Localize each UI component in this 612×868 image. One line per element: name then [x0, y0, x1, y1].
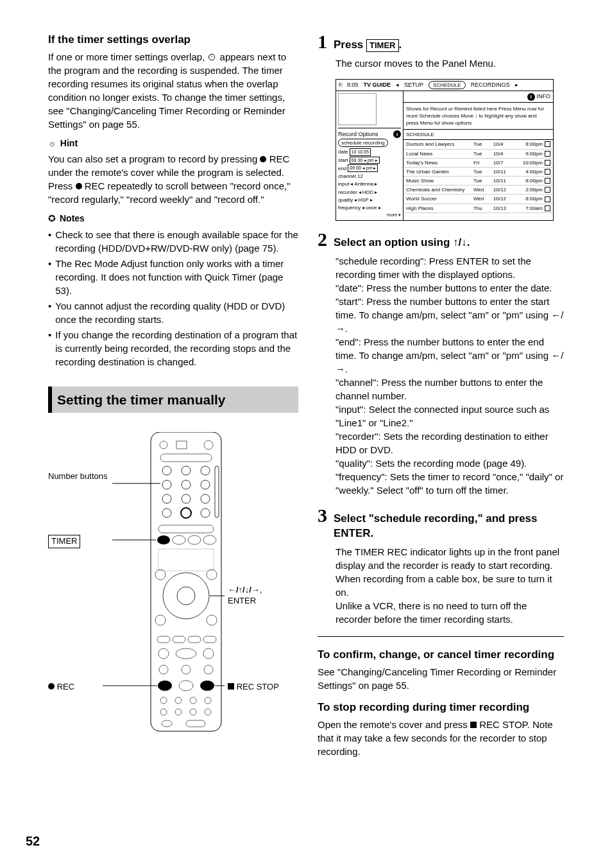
hint-text-c: REC repeatedly to scroll between "record…	[48, 180, 291, 205]
note-text: Check to see that there is enough availa…	[55, 228, 298, 255]
field-frequency-label: frequency	[338, 204, 361, 211]
svg-point-19	[157, 535, 170, 544]
svg-rect-52	[186, 720, 205, 727]
info-icon: i	[393, 130, 401, 138]
sub1-title: To confirm, change, or cancel timer reco…	[318, 647, 564, 663]
schedule-row[interactable]: High PlacesThu10/137:00am	[404, 204, 553, 213]
hint-rec: REC	[266, 153, 289, 164]
svg-point-35	[176, 648, 196, 659]
callout-rec-stop-text: REC STOP	[237, 682, 279, 691]
svg-point-8	[162, 480, 171, 489]
svg-point-46	[205, 697, 211, 704]
svg-point-36	[203, 648, 214, 659]
field-input-value[interactable]: Antenna	[354, 180, 373, 187]
svg-point-5	[162, 466, 171, 475]
sub1-body: See "Changing/Canceling Timer Recording …	[318, 665, 564, 692]
callout-rec-stop: REC STOP	[228, 681, 279, 693]
schedule-header: SCHEDULE	[404, 130, 553, 140]
schedule-row[interactable]: Today's NewsFri10/710:00pm	[404, 159, 553, 168]
notes-label: Notes	[60, 213, 85, 225]
svg-point-13	[201, 494, 210, 503]
schedule-row[interactable]: Music ShowTue10/118:00pm	[404, 177, 553, 186]
svg-point-16	[201, 508, 210, 517]
tv-setup-tab[interactable]: SETUP	[404, 81, 423, 89]
tv-msg: Shows for Record or Remind listed here P…	[404, 103, 553, 130]
svg-point-40	[158, 681, 172, 691]
svg-point-14	[162, 508, 171, 517]
field-more[interactable]: more ▾	[338, 212, 401, 218]
callout-arrows-enter: ←/↑/↓/→,ENTER	[228, 585, 262, 607]
step2-number: 2	[318, 230, 327, 249]
callout-rec: REC	[48, 681, 74, 693]
svg-point-11	[162, 494, 171, 503]
svg-rect-17	[215, 466, 219, 517]
field-start-label: start	[338, 157, 348, 164]
svg-point-24	[163, 573, 209, 619]
svg-point-38	[182, 665, 191, 674]
tv-next-icon: ▸	[515, 81, 518, 89]
svg-point-10	[201, 480, 210, 489]
svg-point-39	[204, 665, 213, 674]
svg-point-20	[173, 535, 185, 544]
field-end-value[interactable]: 09 00 ◂ pm ▸	[348, 164, 378, 172]
svg-point-41	[179, 681, 193, 691]
schedule-row[interactable]: Doctors and LawyersTue10/48:00pm	[404, 140, 553, 149]
note-text: If you change the recording destination …	[55, 328, 298, 369]
hint-icon: ☼	[48, 137, 56, 150]
svg-point-34	[158, 648, 169, 659]
rec-dot-icon-2	[76, 183, 82, 189]
tv-schedule-tab[interactable]: SCHEDULE	[429, 81, 466, 89]
info-icon-2: i	[527, 93, 535, 101]
field-date-label: date	[338, 148, 348, 155]
step3-number: 3	[318, 506, 327, 525]
svg-rect-4	[160, 454, 212, 462]
svg-point-29	[207, 615, 217, 625]
field-start-value[interactable]: 08 30 ◂ pm ▸	[350, 157, 380, 164]
schedule-row[interactable]: World SoccerWed10/128:00pm	[404, 195, 553, 204]
svg-point-15	[181, 508, 191, 518]
field-input-label: input	[338, 180, 349, 187]
rec-dot-icon-3	[48, 683, 55, 690]
step1-title-a: Press	[334, 39, 366, 51]
note-text: The Rec Mode Adjust function only works …	[55, 257, 298, 297]
schedule-row[interactable]: The Urban GardenTue10/114:00pm	[404, 168, 553, 177]
field-end-label: end	[338, 165, 346, 172]
svg-point-22	[203, 535, 216, 544]
svg-point-7	[201, 466, 210, 475]
notes-list: Check to see that there is enough availa…	[48, 228, 298, 369]
hint-label: Hint	[60, 137, 78, 150]
schedule-recording-pill[interactable]: schedule recording	[338, 139, 388, 147]
svg-rect-31	[173, 636, 185, 643]
tv-time: 8:05	[347, 81, 359, 89]
svg-point-3	[204, 440, 213, 449]
svg-point-47	[160, 709, 167, 715]
record-options-label: Record Options	[338, 130, 378, 139]
svg-point-9	[182, 480, 191, 489]
step1-title: Press TIMER.	[334, 37, 402, 53]
field-recorder-label: recorder	[338, 189, 357, 196]
field-recorder-value[interactable]: HDD	[362, 189, 373, 196]
callout-number-buttons: Number buttons	[48, 471, 112, 482]
hint-text-a: You can also set a program to record by …	[48, 153, 260, 164]
svg-point-48	[175, 709, 182, 715]
field-date-value[interactable]: 10 10 05	[350, 148, 371, 156]
note-text: You cannot adjust the recording quality …	[55, 299, 298, 326]
heading-overlap: If the timer settings overlap	[48, 32, 298, 48]
note-item: The Rec Mode Adjust function only works …	[48, 257, 298, 297]
schedule-rows: Doctors and LawyersTue10/48:00pmLocal Ne…	[404, 140, 553, 213]
field-frequency-value[interactable]: once	[366, 204, 377, 211]
schedule-row[interactable]: Local NewsTue10/49:00pm	[404, 150, 553, 159]
svg-point-37	[159, 665, 168, 674]
tv-recordings-tab[interactable]: RECORDINGS	[471, 81, 510, 89]
note-item: If you change the recording destination …	[48, 328, 298, 369]
field-channel-value[interactable]: 12	[357, 173, 363, 180]
field-quality-value[interactable]: HSP	[358, 196, 368, 204]
tv-clock-icon: ⎘	[339, 81, 342, 89]
step3-title: Select "schedule recording," and press E…	[334, 511, 564, 542]
svg-rect-32	[188, 636, 201, 643]
step2-body: "schedule recording": Press ENTER to set…	[336, 254, 564, 497]
note-item: You cannot adjust the recording quality …	[48, 299, 298, 326]
tv-prev-icon: ◂	[396, 81, 399, 89]
svg-point-43	[160, 697, 167, 704]
schedule-row[interactable]: Chemicals and ChemistryWed10/122:00pm	[404, 186, 553, 195]
